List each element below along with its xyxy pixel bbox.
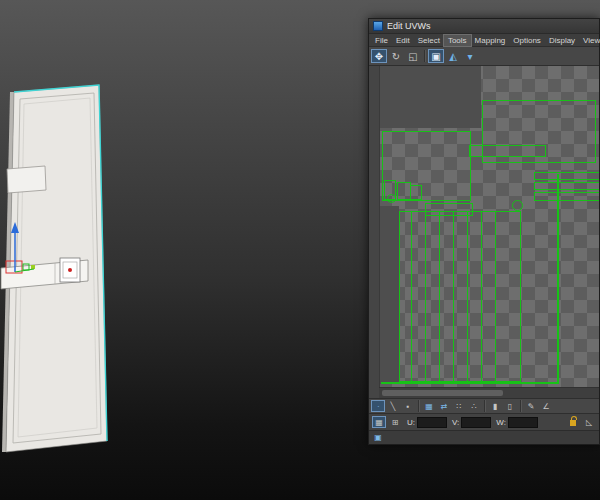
uv-island[interactable] xyxy=(481,211,482,382)
menu-tools[interactable]: Tools xyxy=(444,35,471,46)
select-element-icon[interactable]: ▦ xyxy=(422,400,436,412)
uv-island[interactable] xyxy=(397,182,411,200)
lock-selected-icon[interactable] xyxy=(566,416,580,428)
door-upper-panel xyxy=(7,166,46,193)
scale-tool-icon[interactable]: ◱ xyxy=(405,49,421,63)
uv-island[interactable] xyxy=(381,382,557,384)
toolbar-separator xyxy=(520,400,521,412)
shrink-selection-icon[interactable]: ∴ xyxy=(467,400,481,412)
w-label: W: xyxy=(496,418,506,427)
uv-island[interactable] xyxy=(467,211,468,382)
uv-island[interactable] xyxy=(469,145,546,157)
uv-statusbar: ▣ xyxy=(369,430,599,444)
desktop: { "viewport": { "model": "door-panel-mod… xyxy=(0,0,600,500)
v-label: V: xyxy=(452,418,459,427)
move-tool-icon[interactable]: ✥ xyxy=(371,49,387,63)
menu-options[interactable]: Options xyxy=(509,35,545,46)
uv-selection-toolbar: ∙╲▪▦⇄∷∴▮▯✎∠ xyxy=(369,398,599,413)
uv-island[interactable] xyxy=(534,192,599,201)
uv-island[interactable] xyxy=(411,211,412,382)
menu-mapping[interactable]: Mapping xyxy=(471,35,510,46)
menu-file[interactable]: File xyxy=(371,35,392,46)
pixel-snap-icon[interactable]: ▣ xyxy=(371,432,385,444)
grow-selection-icon[interactable]: ∷ xyxy=(452,400,466,412)
rotate-tool-icon[interactable]: ↻ xyxy=(388,49,404,63)
v-input[interactable] xyxy=(461,417,491,428)
freeform-gizmo-icon[interactable]: ▣ xyxy=(428,49,444,63)
uv-island[interactable] xyxy=(425,211,426,382)
menu-display[interactable]: Display xyxy=(545,35,579,46)
uv-island[interactable] xyxy=(399,211,521,382)
select-ring-icon[interactable]: ▯ xyxy=(503,400,517,412)
perspective-viewport[interactable] xyxy=(0,0,368,500)
uv-island[interactable] xyxy=(410,185,422,200)
absolute-mode-toggle-icon[interactable]: ▦ xyxy=(372,416,386,428)
menu-edit[interactable]: Edit xyxy=(392,35,414,46)
uv-islands-layer xyxy=(379,66,599,388)
yellow-vertex-marker xyxy=(31,265,35,269)
paint-select-icon[interactable]: ✎ xyxy=(524,400,538,412)
w-input[interactable] xyxy=(508,417,538,428)
relative-mode-toggle-icon[interactable]: ⊞ xyxy=(388,416,402,428)
window-titlebar[interactable]: Edit UVWs xyxy=(369,19,599,34)
toolbar-separator xyxy=(418,400,419,412)
uv-island[interactable] xyxy=(557,174,559,384)
handle-red-dot xyxy=(68,268,72,272)
window-title: Edit UVWs xyxy=(387,21,431,31)
horizontal-scrollbar[interactable] xyxy=(379,387,599,398)
menu-bar: FileEditSelectToolsMappingOptionsDisplay… xyxy=(369,34,599,47)
uv-island[interactable] xyxy=(534,172,599,180)
menu-select[interactable]: Select xyxy=(414,35,444,46)
toolbar-separator xyxy=(424,50,425,62)
lock-glyph xyxy=(570,420,576,426)
sync-selection-icon[interactable]: ⇄ xyxy=(437,400,451,412)
uv-island[interactable] xyxy=(534,182,599,190)
uv-island[interactable] xyxy=(439,211,440,382)
select-loop-icon[interactable]: ▮ xyxy=(488,400,502,412)
horizontal-scrollbar-handle[interactable] xyxy=(382,390,503,396)
uv-edge-mode-icon[interactable]: ╲ xyxy=(386,400,400,412)
uvw-app-icon xyxy=(373,21,383,31)
uv-island[interactable] xyxy=(387,194,396,203)
u-input[interactable] xyxy=(417,417,447,428)
uv-island[interactable] xyxy=(495,211,496,382)
uv-vertex-mode-icon[interactable]: ∙ xyxy=(371,400,385,412)
paint-falloff-icon[interactable]: ∠ xyxy=(539,400,553,412)
snap-angle-icon[interactable]: ◺ xyxy=(582,416,596,428)
uv-transform-toolbar: ▦⊞U:V:W:◺ xyxy=(369,413,599,430)
toolbar-separator xyxy=(484,400,485,412)
uv-island[interactable] xyxy=(512,200,523,211)
edit-uvws-window: Edit UVWs FileEditSelectToolsMappingOpti… xyxy=(368,18,600,445)
uv-editor-canvas[interactable] xyxy=(369,66,599,398)
uv-island[interactable] xyxy=(453,211,454,382)
uv-top-toolbar: ✥↻◱▣◭▾ xyxy=(369,47,599,66)
mirror-tool-icon[interactable]: ◭ xyxy=(445,49,461,63)
mirror-flyout-arrow-icon[interactable]: ▾ xyxy=(462,49,478,63)
u-label: U: xyxy=(407,418,415,427)
uv-face-mode-icon[interactable]: ▪ xyxy=(401,400,415,412)
menu-view[interactable]: View xyxy=(579,35,600,46)
